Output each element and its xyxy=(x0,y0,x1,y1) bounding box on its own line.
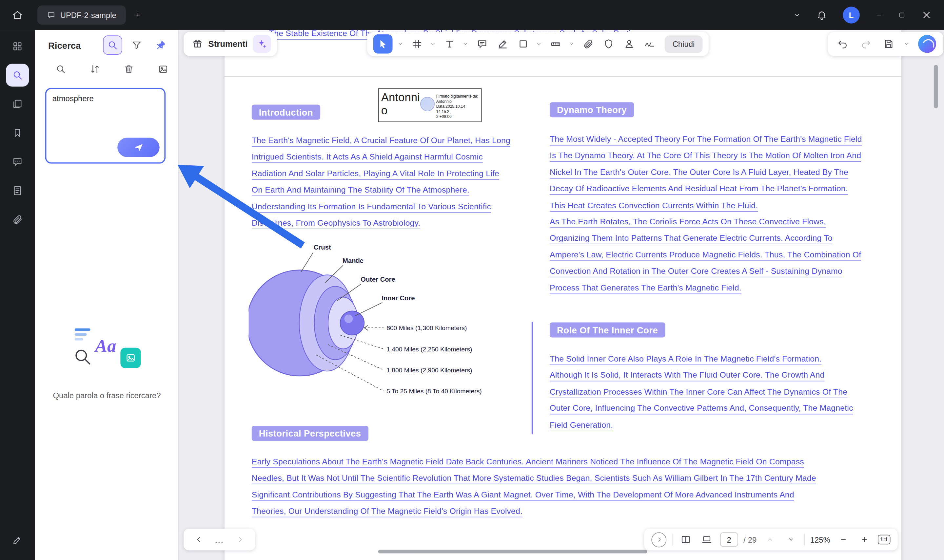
search-icon xyxy=(12,70,23,80)
sort-results-button[interactable] xyxy=(87,61,103,77)
next-page-button[interactable] xyxy=(232,531,248,549)
digital-signature-field[interactable]: Antonnio Firmato digitalmente da: Antonn… xyxy=(378,88,481,122)
inner-core-sphere xyxy=(340,311,364,335)
chevron-down-icon xyxy=(430,41,436,47)
measure-tool-button[interactable] xyxy=(548,35,563,53)
bookmark-icon xyxy=(12,128,23,138)
search-text-button[interactable] xyxy=(53,61,69,77)
maximize-button[interactable] xyxy=(898,11,905,18)
pen-icon xyxy=(12,535,23,546)
text-tool-button[interactable] xyxy=(442,35,458,53)
vertical-scrollbar[interactable] xyxy=(934,65,938,108)
magnifier-graphic xyxy=(72,346,93,367)
next-page-arrow[interactable] xyxy=(783,531,799,549)
page-separator xyxy=(225,76,901,77)
rail-search-button[interactable] xyxy=(6,64,29,87)
horizontal-scrollbar[interactable] xyxy=(378,550,647,554)
book-icon xyxy=(680,534,691,545)
signature-tool-button[interactable] xyxy=(642,35,657,53)
actual-size-button[interactable]: 1:1 xyxy=(878,535,891,544)
zoom-in-button[interactable] xyxy=(857,531,873,549)
rail-comments-button[interactable] xyxy=(6,150,29,173)
laptop-icon xyxy=(702,534,712,545)
crop-tool-dropdown[interactable] xyxy=(430,41,437,47)
gift-icon xyxy=(192,38,203,49)
comment-icon xyxy=(12,157,23,167)
zoom-out-button[interactable] xyxy=(836,531,851,549)
label-outer-core: Outer Core xyxy=(361,276,395,283)
redo-button[interactable] xyxy=(858,35,873,53)
close-toolbar-button[interactable]: Chiudi xyxy=(665,35,702,52)
distance-mantle: 1,800 Miles (2,900 Kilometers) xyxy=(386,367,472,374)
magnifier-icon xyxy=(56,64,66,75)
annotate-tool-button[interactable] xyxy=(474,35,490,53)
paragraph-dynamo-1: The Most Widely - Accepted Theory For Th… xyxy=(550,131,864,214)
rail-pages-button[interactable] xyxy=(6,93,29,115)
save-icon xyxy=(883,38,894,49)
left-rail xyxy=(0,30,35,560)
zoom-level[interactable]: 125% xyxy=(810,535,830,544)
sticker-tool-button[interactable] xyxy=(601,35,617,53)
select-tool-dropdown[interactable] xyxy=(397,41,404,47)
label-mantle: Mantle xyxy=(342,257,364,264)
minimize-button[interactable] xyxy=(876,11,883,18)
aa-letters-graphic: Aa xyxy=(95,336,116,356)
titlebar-dropdown-button[interactable] xyxy=(794,11,801,18)
save-button[interactable] xyxy=(881,35,896,53)
text-icon xyxy=(444,38,455,49)
shape-tool-dropdown[interactable] xyxy=(536,41,543,47)
filter-button[interactable] xyxy=(127,35,147,55)
earth-layers-diagram: Crust Mantle Outer Core Inner Core 800 M… xyxy=(249,238,520,418)
clear-history-button[interactable] xyxy=(121,61,137,77)
image-tile-graphic xyxy=(120,348,140,368)
updf-ai-button[interactable] xyxy=(918,35,936,53)
distance-inner-core: 800 Miles (1,300 Kilometers) xyxy=(386,325,467,331)
previous-page-arrow[interactable] xyxy=(762,531,778,549)
ai-assistant-button[interactable] xyxy=(253,35,271,53)
rail-pen-button[interactable] xyxy=(6,529,29,551)
previous-page-button[interactable] xyxy=(191,531,207,549)
cursor-icon xyxy=(378,38,389,49)
pin-panel-button[interactable] xyxy=(151,35,170,55)
notifications-button[interactable] xyxy=(816,9,827,20)
rail-apps-button[interactable] xyxy=(6,35,29,58)
text-tool-dropdown[interactable] xyxy=(463,41,470,47)
label-inner-core: Inner Core xyxy=(381,294,415,302)
home-button[interactable] xyxy=(0,9,35,20)
new-tab-button[interactable] xyxy=(134,11,142,18)
attach-tool-button[interactable] xyxy=(580,35,596,53)
user-avatar[interactable]: L xyxy=(843,6,859,23)
measure-tool-dropdown[interactable] xyxy=(568,41,575,47)
redo-icon xyxy=(861,38,871,49)
shape-icon xyxy=(518,38,529,49)
rail-attachments-button[interactable] xyxy=(6,208,29,231)
expand-controls-button[interactable] xyxy=(651,532,666,547)
image-icon xyxy=(158,64,168,75)
close-icon xyxy=(921,9,932,20)
search-mode-button[interactable] xyxy=(103,35,122,55)
presentation-button[interactable] xyxy=(699,531,714,549)
chevron-right-icon xyxy=(236,536,244,543)
stamp-tool-button[interactable] xyxy=(622,35,637,53)
undo-button[interactable] xyxy=(835,35,851,53)
more-pages-button[interactable]: ... xyxy=(215,535,224,544)
search-input[interactable]: atmosphere xyxy=(52,94,160,136)
close-button[interactable] xyxy=(921,9,932,20)
page-number-input[interactable] xyxy=(720,532,738,547)
page-layout-button[interactable] xyxy=(678,531,694,549)
rail-summary-button[interactable] xyxy=(6,179,29,202)
view-controls-bar: / 29 125% 1:1 xyxy=(644,529,898,550)
rail-bookmarks-button[interactable] xyxy=(6,122,29,145)
crop-tool-button[interactable] xyxy=(409,35,425,53)
signature-details: Firmato digitalmente da: Antonnio Data:2… xyxy=(436,94,478,120)
search-submit-button[interactable] xyxy=(117,138,160,157)
save-dropdown[interactable] xyxy=(904,41,911,47)
paperclip-icon xyxy=(583,38,594,49)
select-tool-button[interactable] xyxy=(373,34,393,54)
shape-tool-button[interactable] xyxy=(515,35,531,53)
image-search-button[interactable] xyxy=(155,61,171,77)
tools-label[interactable]: Strumenti xyxy=(208,39,248,48)
highlighter-tool-button[interactable] xyxy=(495,35,511,53)
document-tab[interactable]: UPDF-2-sample xyxy=(37,6,126,25)
marker-icon xyxy=(497,38,508,49)
